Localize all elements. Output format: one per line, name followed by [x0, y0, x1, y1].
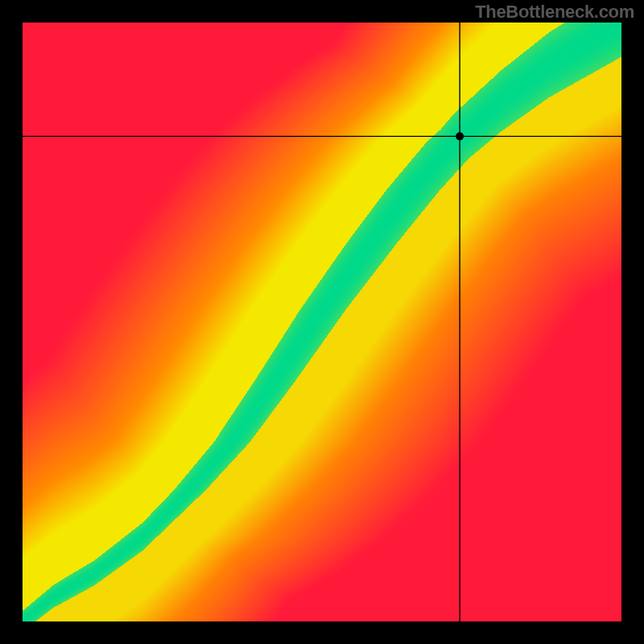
bottleneck-heatmap-chart: TheBottleneck.com [0, 0, 644, 644]
heatmap-canvas [0, 0, 644, 644]
watermark-text: TheBottleneck.com [475, 2, 634, 23]
